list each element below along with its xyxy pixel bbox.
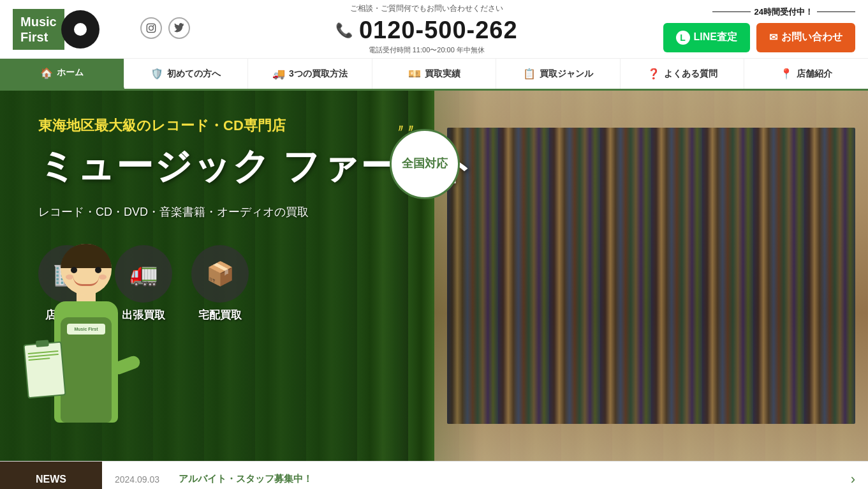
header-right: 24時間受付中！ L LINE査定 ✉ お問い合わせ (663, 6, 855, 52)
sparkle-1: 〃〃 (395, 123, 416, 136)
news-date: 2024.09.03 (102, 474, 179, 485)
header-contact: ご相談・ご質問何でもお問い合わせください 📞 0120-500-262 電話受付… (190, 3, 663, 55)
mascot-smile (73, 277, 99, 286)
main-nav: 🏠 ホーム 🛡️ 初めての方へ 🚚 3つの買取方法 💴 買取実績 📋 買取ジャン… (0, 59, 868, 91)
mascot-clipboard (23, 342, 66, 399)
consult-text: ご相談・ご質問何でもお問い合わせください (350, 3, 503, 14)
mascot-eye-left (71, 267, 77, 273)
news-text[interactable]: アルバイト・スタッフ募集中！ (179, 473, 838, 485)
nav-item-three-methods[interactable]: 🚚 3つの買取方法 (248, 59, 372, 89)
badge-text: 全国対応 (402, 156, 448, 171)
hours-badge: 24時間受付中！ (712, 6, 855, 18)
truck-icon: 🚚 (272, 68, 285, 80)
question-icon: ❓ (647, 68, 660, 80)
hours-line-left (712, 11, 751, 12)
social-section (140, 17, 190, 41)
mascot-apron: Music First (61, 317, 112, 423)
svg-rect-0 (147, 24, 155, 32)
news-label: NEWS (0, 462, 102, 489)
hours-line-right (817, 11, 855, 12)
mascot-badge: Music First (67, 324, 105, 335)
social-icons (140, 17, 190, 39)
nav-item-genre[interactable]: 📋 買取ジャンル (496, 59, 621, 89)
phone-hours: 電話受付時間 11:00〜20:00 年中無休 (369, 45, 485, 55)
logo-text: Music First (13, 9, 64, 50)
hero-section: 全国対応 〃〃 東海地区最大級のレコード・CD専門店 ミュージック ファースト … (0, 91, 868, 461)
money-icon: 💴 (408, 68, 421, 80)
nav-item-first-time[interactable]: 🛡️ 初めての方へ (124, 59, 249, 89)
logo-disc (61, 10, 99, 49)
mail-icon: ✉ (769, 31, 777, 43)
inquiry-button[interactable]: ✉ お問い合わせ (756, 23, 855, 52)
nationwide-badge: 全国対応 (390, 129, 460, 199)
mascot-hair (61, 244, 112, 268)
news-arrow[interactable]: › (838, 471, 868, 488)
list-icon: 📋 (523, 68, 536, 80)
svg-point-2 (153, 25, 154, 26)
mail-purchase-icon: 📦 (191, 245, 249, 303)
home-icon: 🏠 (40, 67, 53, 79)
phone-icon: 📞 (335, 22, 353, 39)
mascot-cheek-left (66, 275, 73, 280)
hero-buttons: 🏢 店頭買取 🚛 出張買取 📦 宅配買取 (38, 245, 830, 322)
shield-icon: 🛡️ (151, 68, 163, 80)
phone-number: 0120-500-262 (359, 17, 518, 44)
nav-item-home[interactable]: 🏠 ホーム (0, 59, 124, 89)
instagram-icon[interactable] (140, 17, 162, 39)
header-buttons: L LINE査定 ✉ お問い合わせ (663, 23, 855, 52)
news-bar: NEWS 2024.09.03 アルバイト・スタッフ募集中！ › (0, 461, 868, 489)
mascot-head (61, 244, 112, 295)
nav-item-store[interactable]: 📍 店舗紹介 (744, 59, 868, 89)
line-icon: L (676, 31, 690, 45)
line-button[interactable]: L LINE査定 (663, 23, 750, 52)
hero-description: レコード・CD・DVD・音楽書籍・オーディオの買取 (38, 204, 830, 220)
twitter-icon[interactable] (168, 17, 190, 39)
header: Music First ご相談・ご質問何でもお問い合わせください 📞 0120-… (0, 0, 868, 59)
phone-row: 📞 0120-500-262 (335, 17, 518, 44)
clipboard-lines (25, 345, 62, 366)
hours-badge-text: 24時間受付中！ (754, 6, 813, 18)
svg-point-1 (149, 26, 154, 30)
mascot: Music First (19, 231, 153, 423)
location-icon: 📍 (780, 68, 793, 80)
nav-item-faq[interactable]: ❓ よくある質問 (621, 59, 745, 89)
nav-item-results[interactable]: 💴 買取実績 (372, 59, 497, 89)
mascot-cheek-right (99, 275, 107, 280)
mascot-eye-right (95, 267, 101, 273)
mail-purchase-label: 宅配買取 (198, 308, 242, 322)
logo[interactable]: Music First (13, 9, 115, 50)
mail-purchase-button[interactable]: 📦 宅配買取 (191, 245, 249, 322)
mascot-figure: Music First (19, 231, 153, 423)
